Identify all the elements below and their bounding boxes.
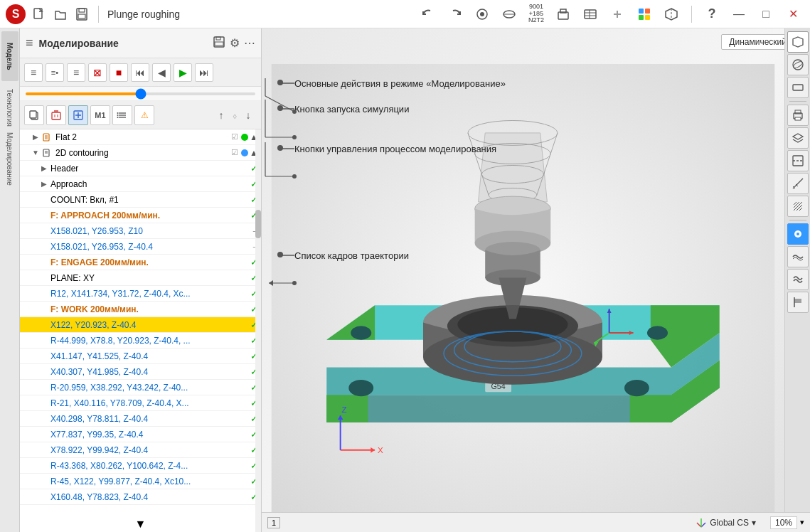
label-x77: X77.837, Y99.35, Z-40.4 [50, 430, 250, 440]
warn-action-btn[interactable]: ⚠ [134, 105, 154, 125]
sim-list2-btn[interactable]: ≡• [46, 63, 64, 82]
sidebar-tab-tech[interactable]: Технология [1, 83, 18, 132]
svg-rect-15 [645, 9, 650, 14]
svg-line-104 [793, 179, 803, 188]
tree-item-x40[interactable]: X40.307, Y41.985, Z-40.4 ✓ [20, 364, 261, 380]
tree-scrollbar[interactable] [255, 129, 261, 532]
machine-btn[interactable] [552, 3, 575, 26]
panel-settings-icon[interactable]: ⚙ [230, 36, 240, 50]
expand-r21 [40, 399, 48, 408]
sim-list3-btn[interactable]: ≡ [67, 63, 85, 82]
minimize-btn[interactable]: — [728, 3, 750, 26]
sim-first-btn[interactable]: ⏮ [131, 63, 149, 82]
rt-snap-btn[interactable] [787, 223, 809, 245]
rt-section-btn[interactable] [787, 150, 809, 171]
move-up-btn[interactable]: ↑ [213, 107, 230, 124]
save-file-icon[interactable] [74, 6, 90, 22]
svg-line-116 [701, 523, 705, 527]
move-down-btn[interactable]: ↓ [240, 107, 257, 124]
3d-btn[interactable] [660, 3, 683, 26]
callout-frames-text: Список кадров траектории [294, 250, 409, 261]
zoom-dropdown[interactable]: ▾ [800, 518, 804, 527]
tree-item-r45[interactable]: R-45, X122, Y99.877, Z-40.4, Xc10... ✓ [20, 474, 261, 489]
rt-3d-btn[interactable] [787, 31, 809, 53]
svg-point-45 [624, 380, 649, 396]
tree-item-coolnt[interactable]: COOLNT: Вкл, #1 ✓ [20, 192, 261, 208]
tree-item-r12[interactable]: R12, X141.734, Y31.72, Z-40.4, Xc... ✓ [20, 286, 261, 302]
rt-grid-btn[interactable] [787, 269, 809, 290]
tree-item-x158-2[interactable]: X158.021, Y26.953, Z-40.4 – [20, 239, 261, 255]
cs-display[interactable]: Global CS ▾ [696, 517, 756, 528]
list-action-btn[interactable] [112, 105, 132, 125]
sim-square-btn[interactable]: ■ [110, 63, 128, 82]
tree-item-x77[interactable]: X77.837, Y99.35, Z-40.4 ✓ [20, 427, 261, 442]
rt-layers-btn[interactable] [787, 127, 809, 149]
rt-sphere-btn[interactable] [787, 54, 809, 75]
help-btn[interactable]: ? [700, 3, 723, 26]
copy-action-btn[interactable] [24, 105, 44, 125]
open-file-icon[interactable] [53, 6, 68, 22]
tree-item-x40b[interactable]: X40.298, Y78.811, Z-40.4 ✓ [20, 411, 261, 427]
tree-item-engage-f[interactable]: F: ENGAGE 200мм/мин. ✓ [20, 255, 261, 270]
cam-tool-btn[interactable] [471, 3, 494, 26]
tree-item-x122[interactable]: X122, Y20.923, Z-40.4 ✓ [20, 317, 261, 333]
tree-item-2d[interactable]: ▼ 2D contouring ☑ ▲ [20, 145, 261, 161]
tree-item-r43[interactable]: R-43.368, X80.262, Y100.642, Z-4... ✓ [20, 458, 261, 474]
rt-measure-btn[interactable] [787, 173, 809, 194]
tree-item-approach[interactable]: ▶ Approach ✓ [20, 176, 261, 192]
code-display-btn[interactable]: 9001+185N2T2 [525, 3, 548, 26]
tree-item-r44[interactable]: R-44.999, X78.8, Y20.923, Z-40.4, ... ✓ [20, 333, 261, 349]
tree-item-x41[interactable]: X41.147, Y41.525, Z-40.4 ✓ [20, 349, 261, 364]
svg-point-44 [348, 380, 373, 396]
sim-list-btn[interactable]: ≡ [24, 63, 43, 82]
cross-btn[interactable] [606, 3, 629, 26]
table-btn[interactable] [579, 3, 602, 26]
sim-prev-btn[interactable]: ◀ [152, 63, 171, 82]
undo-btn[interactable] [417, 3, 439, 26]
sim-play-btn[interactable]: ▶ [174, 63, 192, 82]
progress-slider[interactable] [26, 92, 255, 95]
scroll-down-arrow[interactable]: ▼ [134, 516, 148, 532]
tree-item-plane[interactable]: PLANE: XY ✓ [20, 270, 261, 286]
redo-btn[interactable] [444, 3, 467, 26]
tree-item-x160[interactable]: X160.48, Y78.823, Z-40.4 ✓ [20, 489, 261, 505]
sidebar-tabs: Модель Технология Моделирование [0, 28, 20, 532]
maximize-btn[interactable]: □ [755, 3, 777, 26]
tree-scrollbar-thumb[interactable] [255, 210, 261, 238]
sidebar-tab-model[interactable]: Модель [1, 31, 18, 81]
rt-flag-btn[interactable] [787, 292, 809, 313]
panel-more-icon[interactable]: ⋯ [244, 36, 255, 50]
close-btn[interactable]: ✕ [782, 3, 804, 26]
new-action-btn[interactable] [68, 105, 88, 125]
rt-hatch-btn[interactable] [787, 196, 809, 217]
sim-last-btn[interactable]: ⏭ [195, 63, 213, 82]
expand-2d: ▼ [31, 149, 40, 157]
panel-save-icon[interactable] [213, 36, 225, 51]
rt-wave-btn[interactable] [787, 246, 809, 267]
panel-menu-icon[interactable]: ≡ [26, 36, 33, 50]
delete-action-btn[interactable] [46, 105, 66, 125]
code-text: 9001+185N2T2 [528, 4, 544, 25]
label-r45: R-45, X122, Y99.877, Z-40.4, Xc10... [50, 477, 193, 486]
rt-print-btn[interactable] [787, 105, 809, 126]
sidebar-tab-sim[interactable]: Моделирование [1, 134, 18, 183]
m1-action-btn[interactable]: M1 [90, 105, 110, 125]
rt-flat-btn[interactable] [787, 77, 809, 98]
tree-item-work-f[interactable]: F: WORK 200мм/мин. ✓ [20, 302, 261, 317]
tree-item-x158-1[interactable]: X158.021, Y26.953, Z10 – [20, 223, 261, 239]
svg-rect-14 [639, 9, 644, 14]
svg-point-35 [117, 117, 119, 118]
tree-item-r21[interactable]: R-21, X40.116, Y78.709, Z-40.4, X... ✓ [20, 395, 261, 411]
tree-item-approach-f[interactable]: F: APPROACH 200мм/мин. ✓ [20, 208, 261, 223]
tree-item-flat2[interactable]: ▶ Flat 2 ☑ ▲ [20, 129, 261, 145]
lathe-btn[interactable] [498, 3, 521, 26]
new-file-icon[interactable] [31, 6, 47, 22]
color-btn[interactable] [633, 3, 656, 26]
label-approach-f: F: APPROACH 200мм/мин. [50, 211, 250, 220]
tree-item-r20[interactable]: R-20.959, X38.292, Y43.242, Z-40... ✓ [20, 380, 261, 395]
sim-stop-btn[interactable]: ⊠ [88, 63, 107, 82]
tree-item-x78[interactable]: X78.922, Y99.942, Z-40.4 ✓ [20, 442, 261, 458]
cs-dropdown[interactable]: ▾ [752, 518, 756, 528]
tree-item-header[interactable]: ▶ Header ✓ [20, 161, 261, 176]
rt-div1 [789, 101, 806, 102]
